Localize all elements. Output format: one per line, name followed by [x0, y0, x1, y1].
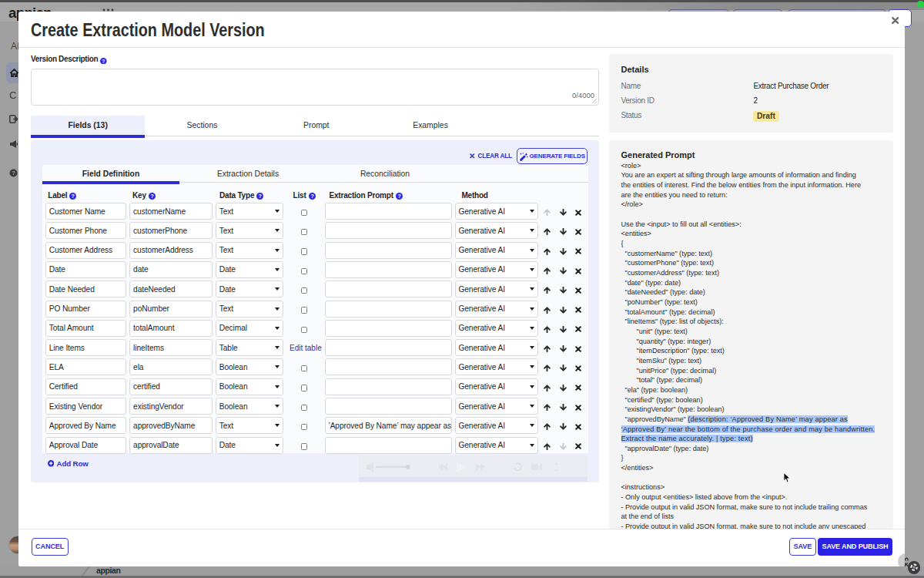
svg-text:?: ?: [259, 193, 262, 200]
svg-text:?: ?: [102, 58, 105, 63]
svg-text:?: ?: [310, 193, 313, 200]
svg-text:?: ?: [150, 193, 153, 200]
svg-text:?: ?: [12, 170, 15, 176]
svg-text:?: ?: [397, 193, 400, 200]
svg-text:?: ?: [72, 193, 75, 200]
